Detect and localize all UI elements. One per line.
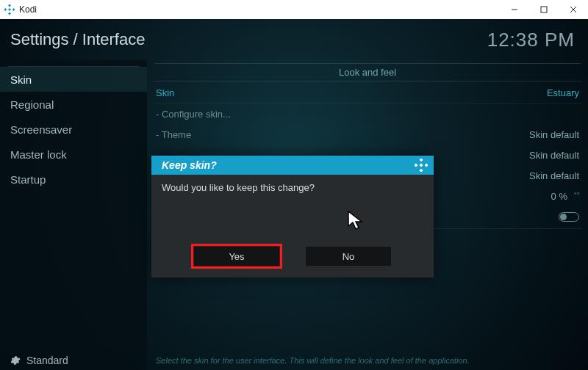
close-button[interactable]	[559, 0, 588, 19]
breadcrumb: Settings / Interface	[10, 30, 145, 49]
header: Settings / Interface 12:38 PM	[0, 19, 588, 60]
setting-theme[interactable]: - Theme Skin default	[153, 124, 582, 145]
setting-configure-skin[interactable]: - Configure skin...	[153, 104, 582, 124]
gear-icon	[10, 355, 21, 366]
svg-rect-2	[12, 8, 15, 11]
app-root: Settings / Interface 12:38 PM Skin Regio…	[0, 19, 588, 370]
svg-rect-12	[419, 169, 423, 172]
setting-value: 0 %	[551, 191, 567, 202]
clock: 12:38 PM	[487, 29, 575, 51]
section-header: Look and feel	[153, 64, 582, 81]
svg-rect-13	[419, 163, 423, 167]
settings-level-button[interactable]: Standard	[0, 351, 147, 370]
setting-value: Estuary	[547, 87, 579, 98]
svg-rect-1	[4, 8, 7, 11]
svg-rect-4	[8, 8, 11, 11]
dialog-titlebar: Keep skin?	[151, 156, 434, 175]
footer-hint: Select the skin for the user interface. …	[147, 356, 588, 365]
svg-rect-0	[8, 4, 11, 7]
setting-label: - Theme	[156, 129, 191, 140]
sidebar-item-masterlock[interactable]: Master lock	[0, 142, 147, 167]
window-titlebar: Kodi	[0, 0, 588, 19]
setting-label: Skin	[156, 87, 174, 98]
dialog-title: Keep skin?	[162, 159, 217, 171]
setting-skin[interactable]: Skin Estuary	[153, 83, 582, 104]
toggle-switch[interactable]	[559, 212, 579, 222]
settings-level-label: Standard	[26, 355, 68, 366]
dialog-message: Would you like to keep this change?	[151, 175, 434, 244]
footer: Standard Select the skin for the user in…	[0, 351, 588, 370]
dialog-keep-skin: Keep skin? Would you like to keep this c…	[151, 156, 434, 278]
yes-button[interactable]: Yes	[194, 247, 279, 266]
sidebar-item-regional[interactable]: Regional	[0, 92, 147, 117]
svg-rect-3	[8, 12, 11, 15]
setting-value: Skin default	[529, 150, 579, 161]
svg-rect-11	[425, 163, 428, 167]
svg-rect-10	[415, 163, 417, 167]
chevron-updown-icon[interactable]: ˅˄	[573, 192, 579, 201]
sidebar-item-screensaver[interactable]: Screensaver	[0, 117, 147, 142]
maximize-button[interactable]	[529, 0, 559, 19]
minimize-button[interactable]	[500, 0, 529, 19]
setting-label: - Configure skin...	[156, 109, 231, 120]
svg-rect-9	[419, 159, 423, 162]
sidebar-item-skin[interactable]: Skin	[0, 67, 147, 92]
kodi-icon	[4, 4, 15, 15]
sidebar-item-startup[interactable]: Startup	[0, 167, 147, 192]
kodi-icon	[415, 159, 428, 172]
setting-value: Skin default	[529, 170, 579, 181]
setting-value: Skin default	[529, 129, 579, 140]
sidebar: Skin Regional Screensaver Master lock St…	[0, 60, 147, 351]
no-button[interactable]: No	[306, 247, 391, 266]
svg-rect-6	[541, 7, 547, 12]
